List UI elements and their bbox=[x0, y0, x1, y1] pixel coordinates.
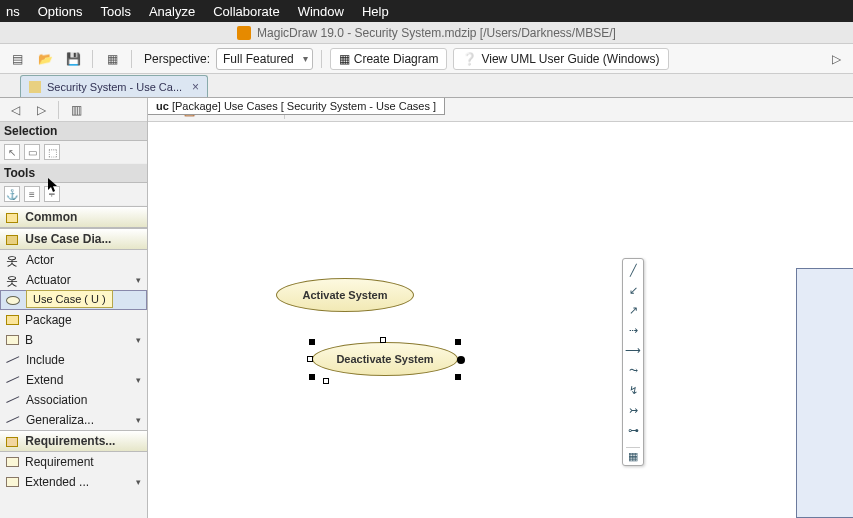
titlebar: MagicDraw 19.0 - Security System.mdzip [… bbox=[0, 22, 853, 44]
line-icon bbox=[6, 376, 20, 384]
menu-item-ns[interactable]: ns bbox=[6, 4, 20, 19]
link-general-icon[interactable]: ⟶ bbox=[626, 343, 640, 357]
selection-handle[interactable] bbox=[323, 378, 329, 384]
mouse-cursor-icon bbox=[48, 178, 60, 194]
palette-generalization[interactable]: Generaliza... ▾ bbox=[0, 410, 147, 430]
tabbar: Security System - Use Ca... × bbox=[0, 74, 853, 98]
palette-block[interactable]: B ▾ bbox=[0, 330, 147, 350]
save-button[interactable]: 💾 bbox=[62, 48, 84, 70]
link-depend-icon[interactable]: ⤳ bbox=[626, 363, 640, 377]
common-section[interactable]: Common bbox=[0, 206, 147, 228]
quick-link-palette[interactable]: ╱ ↙ ↗ ⇢ ⟶ ⤳ ↯ ↣ ⊶ ▦ bbox=[622, 258, 644, 466]
forward-button[interactable]: ▷ bbox=[30, 99, 52, 121]
palette-requirement[interactable]: Requirement bbox=[0, 452, 147, 472]
view-guide-label: View UML User Guide (Windows) bbox=[481, 52, 659, 66]
palette-item-label: Extended ... bbox=[25, 475, 89, 489]
module-button[interactable]: ▥ bbox=[65, 99, 87, 121]
diagram-icon: ▦ bbox=[339, 52, 350, 66]
selection-handle[interactable] bbox=[309, 374, 315, 380]
diagram-icon bbox=[6, 235, 18, 245]
selection-handle[interactable] bbox=[457, 356, 465, 364]
usecase-label: Deactivate System bbox=[336, 353, 433, 365]
tab-close-button[interactable]: × bbox=[192, 80, 199, 94]
link-include-icon[interactable]: ↣ bbox=[626, 403, 640, 417]
perspective-label: Perspective: bbox=[144, 52, 210, 66]
view-guide-button[interactable]: ❔ View UML User Guide (Windows) bbox=[453, 48, 668, 70]
separator bbox=[92, 50, 93, 68]
group-tool[interactable]: ⬚ bbox=[44, 144, 60, 160]
usecase-deactivate-system[interactable]: Deactivate System bbox=[312, 342, 458, 376]
link-realize-icon[interactable]: ⇢ bbox=[626, 323, 640, 337]
chevron-down-icon: ▾ bbox=[136, 477, 141, 487]
misc-tools: ⚓ ≡ ⫧ bbox=[0, 183, 147, 206]
usecase-activate-system[interactable]: Activate System bbox=[276, 278, 414, 312]
palette-item-label: B bbox=[25, 333, 33, 347]
selection-handle[interactable] bbox=[455, 339, 461, 345]
palette-item-label: Actor bbox=[26, 253, 54, 267]
link-anchor-icon[interactable]: ⊶ bbox=[626, 423, 640, 437]
link-directed-icon[interactable]: ↗ bbox=[626, 303, 640, 317]
actor-icon: 옷 bbox=[6, 273, 20, 287]
selection-handle[interactable] bbox=[307, 356, 313, 362]
tab-label: Security System - Use Ca... bbox=[47, 81, 182, 93]
new-button[interactable]: ▤ bbox=[6, 48, 28, 70]
selection-handle[interactable] bbox=[380, 337, 386, 343]
nav-right-button[interactable]: ▷ bbox=[825, 48, 847, 70]
perspective-value: Full Featured bbox=[223, 52, 294, 66]
tab-security-system-usecases[interactable]: Security System - Use Ca... × bbox=[20, 75, 208, 97]
selection-handle[interactable] bbox=[455, 374, 461, 380]
palette-include[interactable]: Include bbox=[0, 350, 147, 370]
open-button[interactable]: 📂 bbox=[34, 48, 56, 70]
workspace: ◁ ▷ ▥ Selection ↖ ▭ ⬚ Tools ⚓ ≡ ⫧ Common… bbox=[0, 98, 853, 518]
line-icon bbox=[6, 356, 20, 364]
link-line-icon[interactable]: ╱ bbox=[626, 263, 640, 277]
anchor-tool[interactable]: ⚓ bbox=[4, 186, 20, 202]
actor-icon: 옷 bbox=[6, 253, 20, 267]
diagram-canvas[interactable]: ⧉ 📋 ✄ 🗑 ↶ ⫟ ↘ / ↝ uc [Package] Use Cases… bbox=[148, 98, 853, 518]
separator bbox=[58, 101, 59, 119]
chevron-down-icon: ▾ bbox=[136, 375, 141, 385]
link-more-icon[interactable]: ▦ bbox=[626, 447, 640, 461]
folder-open-icon: 📂 bbox=[38, 52, 53, 66]
requirements-section[interactable]: Requirements... bbox=[0, 430, 147, 452]
palette-extend[interactable]: Extend ▾ bbox=[0, 370, 147, 390]
menu-item-tools[interactable]: Tools bbox=[101, 4, 131, 19]
main-toolbar: ▤ 📂 💾 ▦ Perspective: Full Featured ▦ Cre… bbox=[0, 44, 853, 74]
menubar[interactable]: ns Options Tools Analyze Collaborate Win… bbox=[0, 0, 853, 22]
palette-item-label: Association bbox=[26, 393, 87, 407]
menu-item-window[interactable]: Window bbox=[298, 4, 344, 19]
menu-item-collaborate[interactable]: Collaborate bbox=[213, 4, 280, 19]
palette-actuator[interactable]: 옷 Actuator ▾ bbox=[0, 270, 147, 290]
separator bbox=[321, 50, 322, 68]
requirements-label: Requirements... bbox=[25, 434, 115, 448]
system-boundary[interactable]: Security System bbox=[796, 268, 853, 518]
menu-item-help[interactable]: Help bbox=[362, 4, 389, 19]
palette-extended-req[interactable]: Extended ... ▾ bbox=[0, 472, 147, 492]
ellipse-icon bbox=[6, 296, 20, 305]
library-button[interactable]: ▦ bbox=[101, 48, 123, 70]
palette-package[interactable]: Package bbox=[0, 310, 147, 330]
link-extend-icon[interactable]: ↯ bbox=[626, 383, 640, 397]
file-icon: ▤ bbox=[12, 52, 23, 66]
palette-item-label: Include bbox=[26, 353, 65, 367]
align-tool[interactable]: ≡ bbox=[24, 186, 40, 202]
menu-item-analyze[interactable]: Analyze bbox=[149, 4, 195, 19]
usecase-diag-section[interactable]: Use Case Dia... bbox=[0, 228, 147, 250]
palette-item-label: Extend bbox=[26, 373, 63, 387]
selection-header: Selection bbox=[0, 122, 147, 141]
history-toolbar: ◁ ▷ ▥ bbox=[0, 98, 147, 122]
back-button[interactable]: ◁ bbox=[4, 99, 26, 121]
chevron-down-icon: ▾ bbox=[136, 275, 141, 285]
marquee-tool[interactable]: ▭ bbox=[24, 144, 40, 160]
selection-handle[interactable] bbox=[309, 339, 315, 345]
library-icon: ▦ bbox=[107, 52, 118, 66]
create-diagram-button[interactable]: ▦ Create Diagram bbox=[330, 48, 448, 70]
palette-actor[interactable]: 옷 Actor bbox=[0, 250, 147, 270]
link-assoc-icon[interactable]: ↙ bbox=[626, 283, 640, 297]
pointer-tool[interactable]: ↖ bbox=[4, 144, 20, 160]
perspective-combo[interactable]: Full Featured bbox=[216, 48, 313, 70]
palette-association[interactable]: Association bbox=[0, 390, 147, 410]
app-icon bbox=[237, 26, 251, 40]
menu-item-options[interactable]: Options bbox=[38, 4, 83, 19]
tools-header: Tools bbox=[0, 164, 147, 183]
